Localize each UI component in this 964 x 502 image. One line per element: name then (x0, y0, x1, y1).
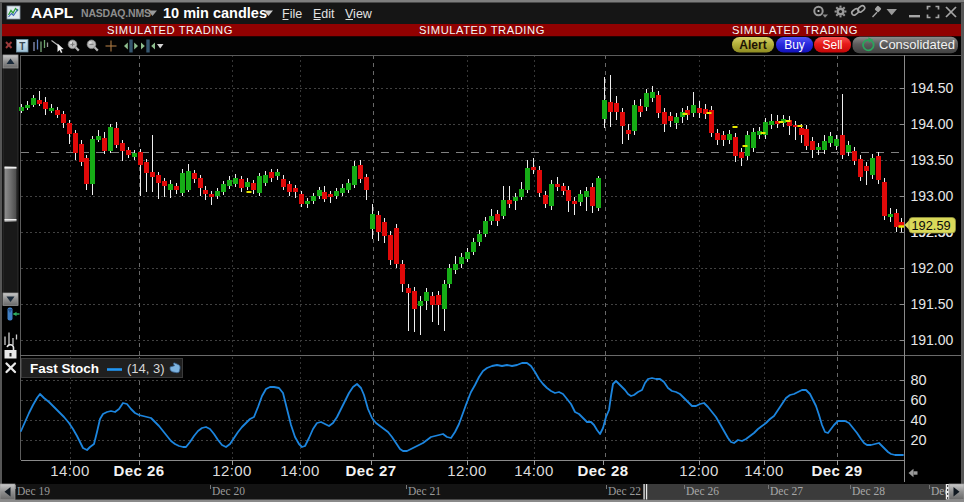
svg-text:14:00: 14:00 (280, 462, 320, 479)
svg-text:14:00: 14:00 (514, 462, 554, 479)
svg-text:Dec 28: Dec 28 (578, 462, 629, 479)
svg-text:10 min candles: 10 min candles (163, 5, 267, 21)
svg-text:60: 60 (911, 392, 927, 408)
svg-text:Dec 21: Dec 21 (408, 485, 441, 497)
svg-text:T: T (19, 41, 25, 52)
svg-text:Alert: Alert (739, 38, 766, 52)
svg-text:20: 20 (911, 432, 927, 448)
svg-text:12:00: 12:00 (212, 462, 252, 479)
svg-text:40: 40 (911, 412, 927, 428)
svg-text:File: File (282, 7, 302, 21)
svg-text:Dec 27: Dec 27 (770, 485, 803, 497)
svg-text:193.00: 193.00 (911, 188, 954, 204)
svg-text:194.50: 194.50 (911, 80, 954, 96)
svg-text:Dec 20: Dec 20 (212, 485, 245, 497)
svg-text:194.00: 194.00 (911, 116, 954, 132)
svg-text:14:00: 14:00 (744, 462, 784, 479)
svg-text:193.50: 193.50 (911, 152, 954, 168)
svg-text:192.59: 192.59 (912, 218, 951, 233)
svg-text:Buy: Buy (784, 38, 805, 52)
svg-text:80: 80 (911, 372, 927, 388)
svg-text:(14, 3): (14, 3) (127, 361, 165, 376)
svg-text:Dec 27: Dec 27 (346, 462, 397, 479)
svg-text:12:00: 12:00 (447, 462, 487, 479)
svg-text:View: View (345, 7, 373, 21)
svg-text:Fast Stoch: Fast Stoch (30, 361, 99, 376)
svg-text:192.00: 192.00 (911, 260, 954, 276)
svg-text:Consolidated: Consolidated (879, 37, 955, 52)
svg-text:Dec 26: Dec 26 (114, 462, 165, 479)
svg-text:191.50: 191.50 (911, 296, 954, 312)
svg-text:Dec 26: Dec 26 (686, 485, 719, 497)
svg-text:AAPL: AAPL (31, 4, 73, 21)
svg-text:Sell: Sell (822, 38, 842, 52)
svg-text:Dec 22: Dec 22 (608, 485, 641, 497)
svg-text:Dec 29: Dec 29 (812, 462, 863, 479)
svg-text:12:00: 12:00 (679, 462, 719, 479)
svg-text:Dec 19: Dec 19 (17, 485, 50, 497)
svg-text:SIMULATED TRADING: SIMULATED TRADING (107, 24, 233, 36)
svg-text:Edit: Edit (313, 7, 335, 21)
svg-text:14:00: 14:00 (50, 462, 90, 479)
svg-text:191.00: 191.00 (911, 332, 954, 348)
svg-text:SIMULATED TRADING: SIMULATED TRADING (732, 24, 858, 36)
svg-text:SIMULATED TRADING: SIMULATED TRADING (419, 24, 545, 36)
svg-text:NASDAQ.NMS: NASDAQ.NMS (81, 7, 151, 19)
svg-text:Dec 28: Dec 28 (852, 485, 885, 497)
